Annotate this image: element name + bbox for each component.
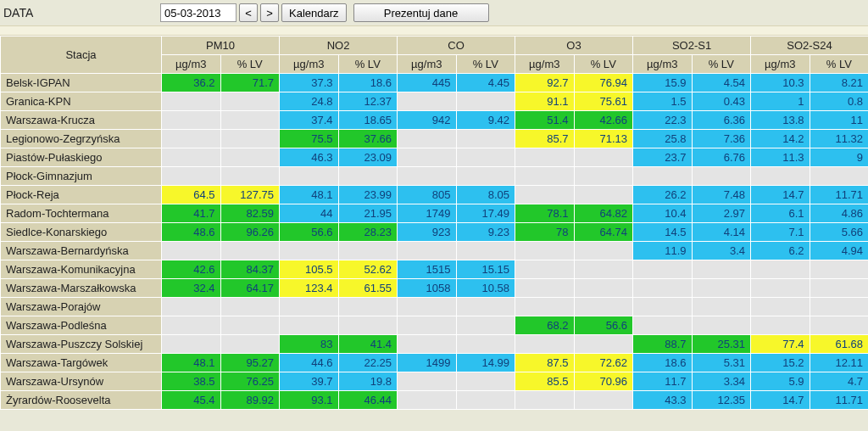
value-cell: 14.5: [633, 223, 693, 242]
value-cell: [398, 335, 457, 354]
table-row: Warszawa-Komunikacyjna42.684.37105.552.6…: [1, 260, 869, 279]
value-cell: 46.3: [280, 148, 339, 167]
header-so2-s1: SO2-S1: [633, 36, 751, 55]
value-cell: 4.94: [810, 242, 868, 260]
value-cell: 1.5: [633, 92, 693, 111]
value-cell: 45.4: [162, 391, 221, 410]
value-cell: 24.8: [280, 92, 339, 111]
value-cell: 51.4: [515, 111, 575, 130]
value-cell: 87.5: [515, 354, 575, 372]
header-unit: µg/m3: [280, 55, 339, 74]
value-cell: 78: [515, 223, 575, 242]
value-cell: [574, 148, 633, 167]
value-cell: [398, 316, 457, 335]
header-pctlv: % LV: [338, 55, 398, 74]
header-pctlv: % LV: [456, 55, 515, 74]
table-row: Płock-Reja64.5127.7548.123.998058.0526.2…: [1, 186, 869, 204]
value-cell: 15.9: [633, 74, 693, 92]
value-cell: [633, 316, 693, 335]
value-cell: [574, 335, 633, 354]
value-cell: 91.1: [515, 92, 575, 111]
value-cell: [280, 242, 339, 260]
value-cell: [692, 316, 751, 335]
header-so2-s24: SO2-S24: [751, 36, 868, 55]
station-name: Warszawa-Targówek: [1, 354, 162, 372]
value-cell: 5.31: [692, 354, 751, 372]
value-cell: [398, 148, 457, 167]
station-name: Żyrardów-Roosevelta: [1, 391, 162, 410]
value-cell: [574, 242, 633, 260]
value-cell: 6.76: [692, 148, 751, 167]
value-cell: [162, 316, 221, 335]
value-cell: [633, 279, 693, 298]
value-cell: [338, 298, 398, 316]
table-row: Legionowo-Zegrzyńska75.537.6685.771.1325…: [1, 130, 869, 148]
table-header: Stacja PM10 NO2 CO O3 SO2-S1 SO2-S24 µg/…: [1, 36, 869, 74]
value-cell: [338, 167, 398, 186]
value-cell: 21.95: [338, 204, 398, 223]
value-cell: 22.25: [338, 354, 398, 372]
value-cell: 19.8: [338, 372, 398, 391]
calendar-button[interactable]: Kalendarz: [281, 3, 347, 22]
table-row: Siedlce-Konarskiego48.696.2656.628.23923…: [1, 223, 869, 242]
table-body: Belsk-IGPAN36.271.737.318.64454.4592.776…: [1, 74, 869, 410]
value-cell: 44.6: [280, 354, 339, 372]
value-cell: 37.4: [280, 111, 339, 130]
value-cell: [810, 167, 868, 186]
value-cell: [398, 167, 457, 186]
value-cell: 76.94: [574, 74, 633, 92]
value-cell: 25.8: [633, 130, 693, 148]
present-data-button[interactable]: Prezentuj dane: [353, 3, 489, 22]
value-cell: 88.7: [633, 335, 693, 354]
value-cell: 3.4: [692, 242, 751, 260]
value-cell: [751, 279, 810, 298]
date-input[interactable]: [160, 3, 236, 22]
table-row: Warszawa-Marszałkowska32.464.17123.461.5…: [1, 279, 869, 298]
value-cell: [162, 130, 221, 148]
value-cell: 942: [398, 111, 457, 130]
value-cell: [574, 298, 633, 316]
value-cell: 95.27: [220, 354, 280, 372]
value-cell: [810, 279, 868, 298]
value-cell: 38.5: [162, 372, 221, 391]
prev-date-button[interactable]: <: [239, 3, 258, 22]
header-pctlv: % LV: [692, 55, 751, 74]
value-cell: [220, 335, 280, 354]
station-name: Warszawa-Krucza: [1, 111, 162, 130]
value-cell: 56.6: [574, 316, 633, 335]
station-name: Warszawa-Marszałkowska: [1, 279, 162, 298]
value-cell: 12.35: [692, 391, 751, 410]
value-cell: 1749: [398, 204, 457, 223]
value-cell: 1515: [398, 260, 457, 279]
value-cell: 46.44: [338, 391, 398, 410]
value-cell: [162, 335, 221, 354]
header-unit: µg/m3: [398, 55, 457, 74]
table-row: Warszawa-Puszczy Solskiej8341.488.725.31…: [1, 335, 869, 354]
value-cell: 14.99: [456, 354, 515, 372]
station-name: Siedlce-Konarskiego: [1, 223, 162, 242]
value-cell: [692, 167, 751, 186]
value-cell: 9: [810, 148, 868, 167]
toolbar: DATA < > Kalendarz Prezentuj dane: [0, 0, 868, 25]
table-row: Radom-Tochtermana41.782.594421.95174917.…: [1, 204, 869, 223]
value-cell: 11.32: [810, 130, 868, 148]
value-cell: 1499: [398, 354, 457, 372]
value-cell: 11.71: [810, 186, 868, 204]
value-cell: [456, 372, 515, 391]
value-cell: [515, 260, 575, 279]
value-cell: [574, 279, 633, 298]
station-name: Piastów-Pułaskiego: [1, 148, 162, 167]
value-cell: 71.7: [220, 74, 280, 92]
value-cell: 10.3: [751, 74, 810, 92]
header-pctlv: % LV: [810, 55, 868, 74]
value-cell: 77.4: [751, 335, 810, 354]
header-pctlv: % LV: [220, 55, 280, 74]
value-cell: [220, 242, 280, 260]
value-cell: [751, 298, 810, 316]
value-cell: 10.58: [456, 279, 515, 298]
value-cell: [515, 186, 575, 204]
next-date-button[interactable]: >: [260, 3, 279, 22]
value-cell: 61.55: [338, 279, 398, 298]
value-cell: [810, 298, 868, 316]
value-cell: [456, 167, 515, 186]
